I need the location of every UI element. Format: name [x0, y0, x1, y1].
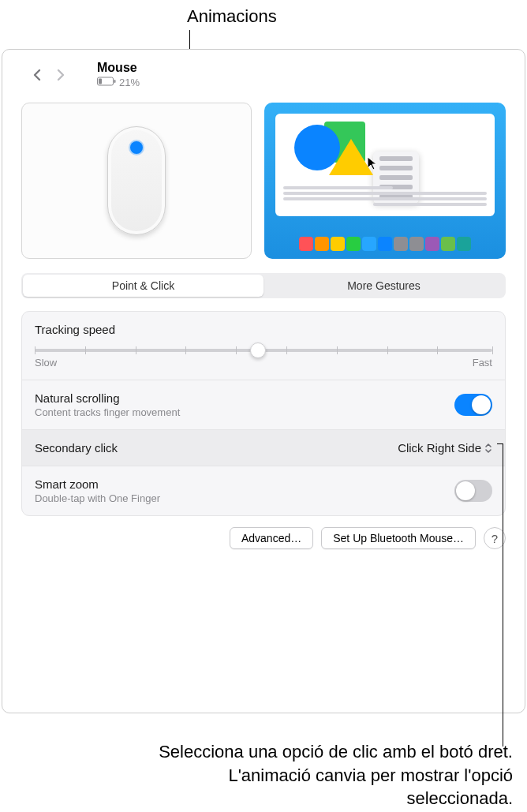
advanced-button[interactable]: Advanced…	[230, 527, 313, 549]
callout-top-label: Animacions	[187, 6, 277, 27]
desktop-animation-preview	[264, 103, 506, 259]
mouse-touch-dot	[130, 141, 143, 154]
mouse-shape	[107, 126, 166, 235]
mock-text-lines	[283, 184, 487, 208]
tracking-speed-label: Tracking speed	[35, 323, 492, 336]
secondary-click-label: Secondary click	[35, 441, 398, 455]
preview-row	[2, 93, 525, 270]
natural-scrolling-toggle[interactable]	[454, 394, 492, 416]
svg-rect-1	[114, 80, 116, 83]
smart-zoom-row: Smart zoom Double-tap with One Finger	[22, 466, 505, 515]
smart-zoom-toggle[interactable]	[454, 480, 492, 502]
slider-thumb[interactable]	[250, 342, 266, 358]
battery-icon	[97, 77, 116, 88]
tab-more-gestures[interactable]: More Gestures	[264, 275, 504, 297]
callout-bottom-label: Selecciona una opció de clic amb el botó…	[126, 740, 513, 810]
battery-percent: 21%	[119, 77, 140, 88]
secondary-click-value: Click Right Side	[398, 441, 481, 455]
settings-list: Tracking speed Slow Fast	[21, 311, 506, 516]
natural-scrolling-row: Natural scrolling Content tracks finger …	[22, 380, 505, 430]
nav-row: Mouse 21%	[2, 50, 525, 93]
secondary-click-row: Secondary click Click Right Side	[22, 430, 505, 466]
mock-shapes	[290, 122, 376, 178]
slider-slow-label: Slow	[35, 357, 57, 369]
svg-rect-2	[99, 79, 102, 84]
popup-arrows-icon	[484, 443, 492, 454]
setup-bluetooth-button[interactable]: Set Up Bluetooth Mouse…	[321, 527, 476, 549]
slider-fast-label: Fast	[473, 357, 492, 369]
tracking-speed-row: Tracking speed Slow Fast	[22, 312, 505, 380]
tab-segmented-control: Point & Click More Gestures	[21, 273, 506, 298]
smart-zoom-label: Smart zoom	[35, 477, 454, 491]
title-block: Mouse 21%	[97, 61, 140, 88]
natural-scrolling-sub: Content tracks finger movement	[35, 406, 454, 418]
nav-arrows	[28, 65, 70, 84]
secondary-click-popup[interactable]: Click Right Side	[398, 441, 492, 455]
mock-window	[275, 114, 495, 216]
mock-color-row	[264, 237, 506, 251]
forward-button[interactable]	[51, 65, 70, 84]
callout-line	[503, 443, 503, 747]
smart-zoom-sub: Double-tap with One Finger	[35, 492, 454, 504]
page-title: Mouse	[97, 61, 140, 75]
natural-scrolling-label: Natural scrolling	[35, 391, 454, 405]
mouse-settings-panel: Mouse 21%	[2, 49, 525, 713]
tracking-speed-slider[interactable]: Slow Fast	[35, 341, 492, 369]
battery-status: 21%	[97, 77, 140, 88]
tab-point-click[interactable]: Point & Click	[23, 275, 264, 297]
back-button[interactable]	[28, 65, 47, 84]
mouse-animation-preview	[21, 103, 252, 259]
button-row: Advanced… Set Up Bluetooth Mouse… ?	[2, 516, 525, 560]
